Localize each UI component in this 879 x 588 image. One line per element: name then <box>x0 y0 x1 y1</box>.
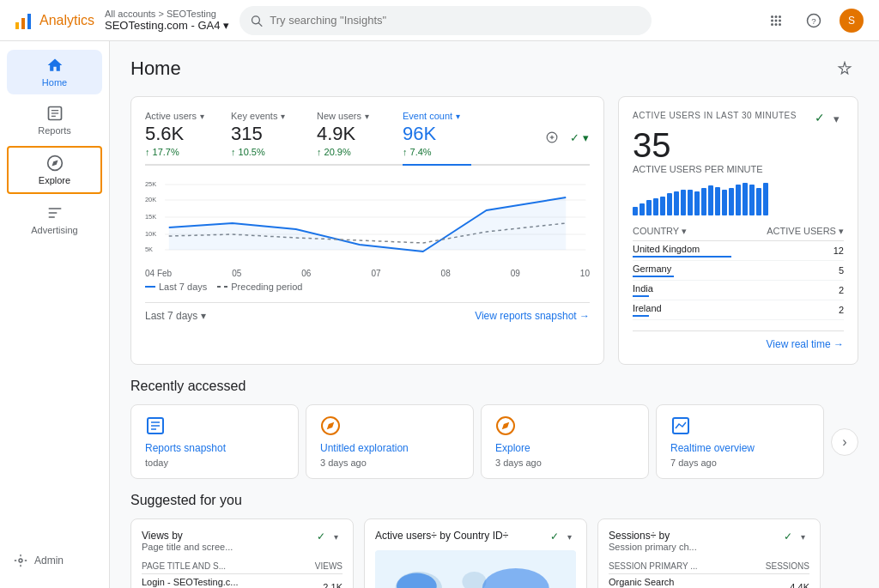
sg-check-icon-countries: ✓ <box>550 530 559 543</box>
map-area <box>375 550 576 588</box>
realtime-value: 35 <box>633 126 844 164</box>
search-input[interactable] <box>270 14 641 27</box>
sg-menu-countries[interactable]: ▾ <box>562 530 576 543</box>
mini-bar <box>749 185 755 215</box>
metric-tab-active-users[interactable]: Active users ▾ 5.6K ↑ 17.7% <box>145 111 214 164</box>
sg-card-title-views: Views by <box>142 530 233 542</box>
breadcrumb-text: All accounts > SEOTesting <box>105 9 229 19</box>
recent-card-title-exploration: Untitled exploration <box>320 442 459 454</box>
mini-bar <box>674 191 679 215</box>
svg-point-9 <box>775 19 778 21</box>
suggested-card-sessions: Sessions÷ by Session primary ch... ✓ ▾ S… <box>597 518 821 588</box>
sg-col-views: VIEWS <box>299 559 343 574</box>
svg-point-6 <box>775 15 778 18</box>
sg-col-source: SESSION PRIMARY ... <box>609 559 743 574</box>
metric-compare-button[interactable] <box>542 127 562 148</box>
realtime-card: ACTIVE USERS IN LAST 30 MINUTES ✓ ▾ 35 A… <box>618 96 858 365</box>
search-bar[interactable] <box>239 6 652 35</box>
svg-text:20K: 20K <box>145 196 157 203</box>
sidebar-item-label-home: Home <box>42 77 67 88</box>
legend-preceding: Preceding period <box>217 282 302 292</box>
recent-card-exploration[interactable]: Untitled exploration 3 days ago <box>306 404 474 479</box>
property-name[interactable]: SEOTesting.com - GA4 ▾ <box>105 19 229 32</box>
country-col-header[interactable]: COUNTRY ▾ <box>633 222 731 241</box>
recent-card-icon-explore <box>495 415 634 439</box>
account-button[interactable]: S <box>838 7 865 34</box>
realtime-header: ACTIVE USERS IN LAST 30 MINUTES ✓ ▾ <box>633 111 844 126</box>
metric-tabs: Active users ▾ 5.6K ↑ 17.7% Key events ▾… <box>145 111 590 166</box>
view-reports-snapshot-link[interactable]: View reports snapshot → <box>475 310 590 322</box>
admin-item[interactable]: Admin <box>7 547 102 574</box>
recent-nav-next[interactable]: › <box>831 428 858 456</box>
app-logo[interactable]: Analytics <box>14 10 94 31</box>
sidebar-item-explore[interactable]: Explore <box>7 146 102 194</box>
avatar: S <box>840 9 864 33</box>
mini-bar <box>743 183 748 215</box>
compare-icon <box>546 131 558 143</box>
main-layout: Home Reports Explore Advertising <box>0 0 879 588</box>
recent-card-reports-snapshot[interactable]: Reports snapshot today <box>130 404 299 479</box>
svg-text:5K: 5K <box>145 246 154 253</box>
sidebar-item-home[interactable]: Home <box>7 50 102 94</box>
metric-tab-key-events[interactable]: Key events ▾ 315 ↑ 10.5% <box>231 111 300 164</box>
recent-card-explore[interactable]: Explore 3 days ago <box>481 404 649 479</box>
svg-point-11 <box>771 23 773 26</box>
sg-card-header-sessions: Sessions÷ by Session primary ch... ✓ ▾ <box>609 530 809 552</box>
recent-card-realtime[interactable]: Realtime overview 7 days ago <box>656 404 824 479</box>
view-realtime-link[interactable]: View real time → <box>767 338 844 350</box>
sidebar-item-advertising[interactable]: Advertising <box>7 197 102 242</box>
search-icon <box>250 14 263 27</box>
suggested-cards-list: Views by Page title and scree... ✓ ▾ PAG… <box>130 518 858 588</box>
metric-tab-new-users[interactable]: New users ▾ 4.9K ↑ 20.9% <box>317 111 385 164</box>
mini-bar <box>633 207 638 215</box>
mini-bar <box>701 188 706 215</box>
sidebar-bottom: Admin <box>0 540 109 581</box>
help-button[interactable]: ? <box>800 7 827 34</box>
mini-bar <box>653 198 658 215</box>
apps-button[interactable] <box>762 7 790 34</box>
topbar: Analytics All accounts > SEOTesting SEOT… <box>0 0 879 41</box>
suggested-title: Suggested for you <box>130 493 858 508</box>
sg-menu-sessions[interactable]: ▾ <box>796 530 809 543</box>
sidebar-item-reports[interactable]: Reports <box>7 98 102 142</box>
realtime-menu-button[interactable]: ▾ <box>828 111 844 126</box>
mini-bar <box>729 188 734 215</box>
realtime-label: ACTIVE USERS IN LAST 30 MINUTES <box>633 111 797 120</box>
explore-icon <box>46 155 64 172</box>
sg-col-sessions: SESSIONS <box>743 559 809 574</box>
svg-rect-1 <box>21 18 25 29</box>
sg-card-header-views: Views by Page title and scree... ✓ ▾ <box>142 530 343 552</box>
sg-row: Login - SEOTesting.c...↑31.7%2.1K <box>142 574 343 589</box>
mini-bar <box>660 197 665 215</box>
sg-card-subtitle-views: Page title and scree... <box>142 542 233 552</box>
svg-point-21 <box>19 559 22 562</box>
customize-button[interactable] <box>831 55 858 82</box>
country-row: India 2 <box>633 281 844 300</box>
sg-card-title-countries: Active users÷ by Country ID÷ <box>375 530 508 542</box>
period-selector[interactable]: Last 7 days ▾ <box>145 310 206 322</box>
mini-bar <box>667 193 672 215</box>
svg-point-7 <box>779 15 781 18</box>
recent-card-time-reports: today <box>145 458 284 468</box>
recent-card-title-realtime: Realtime overview <box>670 442 809 454</box>
country-row: Ireland 2 <box>633 300 844 320</box>
sg-menu-views[interactable]: ▾ <box>329 530 343 543</box>
mini-bar <box>736 185 741 215</box>
metric-tab-event-count[interactable]: Event count ▾ 96K ↑ 7.4% <box>403 111 471 166</box>
mini-bar <box>722 190 727 215</box>
analytics-logo-icon <box>14 10 34 31</box>
svg-text:10K: 10K <box>145 230 157 238</box>
recent-card-time-realtime: 7 days ago <box>670 458 809 468</box>
help-icon: ? <box>806 13 821 28</box>
country-table: COUNTRY ▾ ACTIVE USERS ▾ United Kingdom … <box>633 222 844 320</box>
sidebar-item-label-reports: Reports <box>38 125 71 136</box>
recently-accessed-title: Recently accessed <box>130 379 858 394</box>
active-users-col-header[interactable]: ACTIVE USERS ▾ <box>731 222 844 241</box>
mini-bar <box>694 191 700 215</box>
metric-check-button[interactable]: ✓ ▾ <box>569 127 590 148</box>
legend-dot-last7 <box>145 286 155 288</box>
svg-rect-2 <box>27 14 31 29</box>
metrics-card: Active users ▾ 5.6K ↑ 17.7% Key events ▾… <box>130 96 604 365</box>
svg-point-13 <box>779 23 781 26</box>
mini-bar <box>640 203 645 215</box>
